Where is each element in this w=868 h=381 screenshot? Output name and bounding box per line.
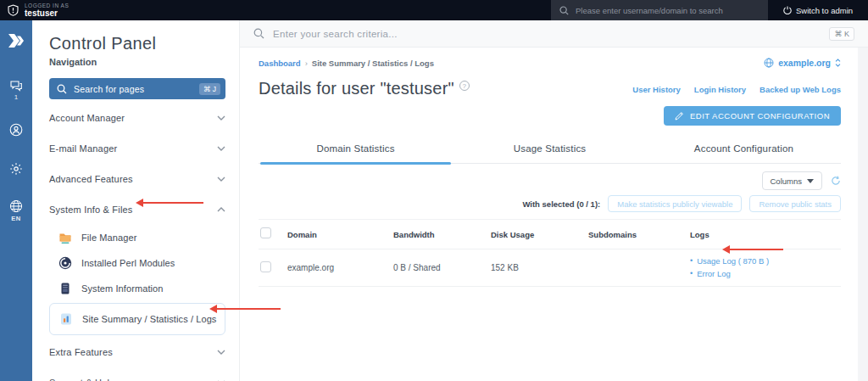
table-header-row: Domain Bandwidth Disk Usage Subdomains L…	[259, 220, 841, 249]
system-information-icon	[58, 281, 73, 296]
sidebar-item-account-manager[interactable]: Account Manager	[49, 103, 225, 133]
file-manager-icon	[58, 230, 73, 245]
page-links: User History Login History Backed up Web…	[632, 85, 841, 94]
search-for-pages-button[interactable]: Search for pages ⌘ J	[49, 78, 225, 99]
search-icon	[559, 6, 569, 15]
select-all-checkbox[interactable]	[260, 227, 271, 238]
logged-in-user: LOGGED IN AS testuser	[0, 3, 69, 18]
username-label: testuser	[25, 8, 69, 18]
perl-modules-icon	[58, 255, 73, 271]
sidebar-item-advanced-features[interactable]: Advanced Features	[49, 164, 225, 194]
power-icon	[783, 6, 792, 14]
bullet-icon: •	[690, 255, 693, 267]
sidebar: Control Panel Navigation Search for page…	[32, 20, 240, 381]
shortcut-badge: ⌘ J	[199, 83, 220, 95]
sidebar-item-extra-features[interactable]: Extra Features	[49, 337, 225, 367]
bandwidth-value: 0 B / Shared	[393, 263, 491, 272]
language-label: EN	[11, 215, 20, 222]
breadcrumb: Dashboard › Site Summary / Statistics / …	[259, 59, 434, 68]
switch-to-admin-label: Switch to admin	[796, 6, 853, 15]
user-history-link[interactable]: User History	[632, 85, 681, 94]
caret-down-icon	[807, 179, 814, 183]
sidebar-title: Control Panel	[49, 34, 225, 53]
account-icon[interactable]	[9, 123, 23, 137]
error-log-link[interactable]: Error Log	[697, 268, 731, 281]
sidebar-item-file-manager[interactable]: File Manager	[49, 225, 225, 250]
sidebar-item-system-info-files[interactable]: System Info & Files	[49, 194, 225, 225]
backed-up-web-logs-link[interactable]: Backed up Web Logs	[760, 85, 841, 94]
domain-selector-value: example.org	[778, 58, 831, 68]
with-selected-label: With selected (0 / 1):	[522, 199, 600, 209]
bullet-icon: •	[690, 268, 693, 280]
icon-rail: 1 EN	[0, 20, 32, 381]
sidebar-item-email-manager[interactable]: E-mail Manager	[49, 133, 225, 164]
chevron-down-icon	[217, 176, 225, 182]
refresh-icon[interactable]	[831, 176, 841, 186]
login-history-link[interactable]: Login History	[694, 85, 746, 94]
make-statistics-publicly-viewable-button[interactable]: Make statistics publicly viewable	[608, 195, 742, 212]
column-subdomains: Subdomains	[588, 230, 690, 239]
notification-count: 1	[14, 93, 18, 101]
chevron-up-icon	[217, 207, 225, 212]
domain-selector[interactable]: example.org	[764, 58, 841, 68]
switch-to-admin-button[interactable]: Switch to admin	[768, 0, 868, 20]
search-for-pages-label: Search for pages	[74, 84, 192, 94]
breadcrumb-dashboard-link[interactable]: Dashboard	[259, 59, 301, 68]
user-domain-search-input[interactable]	[576, 6, 760, 15]
page-title: Details for user "testuser"	[259, 79, 454, 98]
columns-button[interactable]: Columns	[762, 171, 823, 190]
domain-link[interactable]: example.org	[287, 263, 393, 272]
logged-in-as-label: LOGGED IN AS	[25, 3, 69, 8]
search-icon	[57, 84, 67, 94]
brand-logo-icon[interactable]	[6, 32, 26, 49]
globe-icon	[764, 58, 774, 68]
chevron-down-icon	[217, 350, 225, 355]
sidebar-item-installed-perl-modules[interactable]: Installed Perl Modules	[49, 250, 225, 276]
chevron-down-icon	[217, 115, 225, 120]
pencil-icon	[675, 111, 684, 120]
table-row: example.org 0 B / Shared 152 KB • Usage …	[259, 249, 841, 287]
language-globe-icon[interactable]: EN	[9, 199, 23, 222]
sidebar-subtitle: Navigation	[49, 57, 225, 67]
disk-usage-value: 152 KB	[491, 263, 588, 272]
user-domain-search[interactable]	[551, 0, 768, 20]
global-search-input[interactable]	[273, 29, 821, 39]
site-summary-icon	[58, 311, 74, 327]
sort-chevrons-icon	[835, 59, 841, 67]
global-search-bar: ⌘ K	[240, 20, 868, 48]
edit-account-configuration-button[interactable]: EDIT ACCOUNT CONFIGURATION	[664, 106, 841, 126]
domains-table: Domain Bandwidth Disk Usage Subdomains L…	[259, 219, 841, 287]
column-bandwidth: Bandwidth	[393, 230, 491, 239]
sidebar-item-system-information[interactable]: System Information	[49, 276, 225, 301]
breadcrumb-current: Site Summary / Statistics / Logs	[312, 59, 434, 68]
row-checkbox[interactable]	[260, 261, 271, 272]
usage-log-link[interactable]: Usage Log ( 870 B )	[697, 255, 769, 268]
help-icon[interactable]: ?	[459, 81, 470, 91]
breadcrumb-separator: ›	[305, 59, 308, 68]
messages-icon[interactable]: 1	[9, 80, 23, 101]
sidebar-item-site-summary-statistics-logs[interactable]: Site Summary / Statistics / Logs	[49, 303, 225, 335]
sidebar-item-support-help[interactable]: Support & Help	[49, 367, 225, 381]
column-disk-usage: Disk Usage	[491, 230, 588, 239]
scrollbar-gutter[interactable]	[858, 48, 868, 381]
main-content: Dashboard › Site Summary / Statistics / …	[240, 48, 858, 381]
tab-bar: Domain Statistics Usage Statistics Accou…	[259, 136, 841, 164]
sidebar-nav: Account Manager E-mail Manager Advanced …	[49, 103, 225, 381]
remove-public-stats-button[interactable]: Remove public stats	[749, 195, 841, 212]
tab-usage-statistics[interactable]: Usage Statistics	[453, 136, 647, 163]
settings-gear-icon[interactable]	[9, 162, 23, 176]
shortcut-badge: ⌘ K	[829, 27, 854, 41]
search-icon	[253, 28, 264, 39]
topbar: LOGGED IN AS testuser Switch to admin	[0, 0, 868, 20]
column-domain: Domain	[287, 230, 393, 239]
chevron-down-icon	[217, 146, 225, 151]
tab-account-configuration[interactable]: Account Configuration	[647, 136, 841, 163]
column-logs: Logs	[690, 230, 841, 239]
shield-icon	[8, 4, 19, 16]
logs-cell: • Usage Log ( 870 B ) • Error Log	[690, 255, 841, 280]
tab-domain-statistics[interactable]: Domain Statistics	[259, 136, 453, 163]
